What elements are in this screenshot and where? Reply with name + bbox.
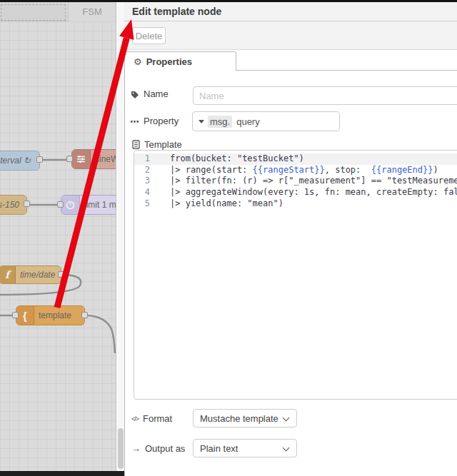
node-label: s-150 (0, 200, 26, 210)
arrow-right-icon: → (131, 443, 141, 454)
node-label: time/date (16, 270, 59, 280)
code-text: |> range(start: {{rangeStart}}, stop: {{… (150, 165, 438, 176)
node-timedate-output-port[interactable] (58, 271, 64, 278)
ellipsis-icon (131, 120, 139, 123)
tab-label: FSM (82, 6, 101, 17)
node-template[interactable]: { template (16, 305, 85, 325)
name-input[interactable] (193, 86, 457, 105)
line-number: 3 (134, 176, 150, 187)
code-text: |> yield(name: "mean") (150, 198, 283, 210)
node-sinewave[interactable]: sineW (71, 149, 116, 169)
code-line[interactable]: 2|> range(start: {{rangeStart}}, stop: {… (134, 165, 457, 176)
gear-icon: ⚙ (134, 56, 142, 67)
caret-down-icon[interactable] (199, 120, 204, 123)
output-select-value: Plain text (200, 443, 238, 454)
code-line[interactable]: 5|> yield(name: "mean") (134, 198, 457, 210)
workspace-tab-fsm[interactable]: FSM (68, 2, 116, 21)
panel-title-text: Edit template node (132, 6, 221, 17)
format-select-value: Mustache template (200, 413, 278, 424)
code-text: |> aggregateWindow(every: 1s, fn: mean, … (150, 187, 457, 198)
code-text: |> filter(fn: (r) => r["_measurement"] =… (150, 176, 457, 187)
line-number: 5 (134, 198, 150, 210)
tab-properties-label: Properties (146, 56, 192, 67)
node-interval-output-port[interactable] (36, 156, 43, 163)
property-typed-input[interactable]: msg. query (192, 111, 340, 131)
code-line[interactable]: 4|> aggregateWindow(every: 1s, fn: mean,… (134, 187, 457, 198)
template-code-editor[interactable]: 1from(bucket: "testBucket")2|> range(sta… (134, 150, 457, 400)
tab-properties[interactable]: ⚙ Properties (124, 51, 236, 71)
name-field-label: Name (131, 88, 169, 99)
node-template-output-port[interactable] (81, 312, 88, 318)
workspace-tab-bar: FSM (0, 2, 116, 21)
node-timedate[interactable]: f time/date (0, 265, 61, 284)
panel-toolbar (124, 21, 457, 50)
code-line[interactable]: 1from(bucket: "testBucket") (134, 153, 457, 165)
line-number: 1 (134, 153, 150, 165)
node-limit-input-port[interactable] (57, 201, 64, 208)
format-field-label: </> Format (131, 413, 172, 424)
flow-canvas: FSM terval ↻ (0, 2, 116, 471)
code-text: from(bucket: "testBucket") (150, 153, 304, 165)
chevron-down-icon (283, 445, 290, 452)
timer-icon (61, 196, 80, 214)
code-line[interactable]: 3|> filter(fn: (r) => r["_measurement"] … (134, 176, 457, 187)
template-field-label: Template (132, 139, 182, 150)
node-label: terval ↻ (0, 156, 39, 166)
line-number: 2 (134, 165, 150, 176)
delete-button[interactable]: Delete (132, 27, 166, 44)
node-interval[interactable]: terval ↻ (0, 151, 40, 171)
document-icon (132, 140, 140, 149)
node-template-input-port[interactable] (12, 312, 19, 318)
function-icon: f (0, 266, 16, 283)
format-select[interactable]: Mustache template (193, 409, 297, 427)
app-window: FSM terval ↻ (0, 0, 457, 476)
output-field-label: → Output as (131, 443, 185, 454)
node-sinewave-input-port[interactable] (66, 156, 73, 162)
sine-generator-icon (72, 150, 91, 168)
node-label: limit 1 ms (80, 200, 116, 210)
window-bottom-edge (0, 471, 124, 476)
property-field-label: Property (131, 116, 179, 126)
node-s150-output-port[interactable] (24, 201, 30, 207)
tag-icon (131, 90, 139, 98)
curly-brace-icon: { (16, 306, 34, 325)
workspace-tab-partial[interactable] (1, 4, 66, 21)
chevron-down-icon (283, 415, 290, 422)
canvas-grid[interactable] (0, 21, 116, 471)
delete-button-label: Delete (136, 31, 163, 41)
code-lines: 1from(bucket: "testBucket")2|> range(sta… (134, 153, 457, 209)
line-number: 4 (134, 187, 150, 198)
property-type-prefix[interactable]: msg. (208, 116, 232, 128)
node-limit[interactable]: limit 1 ms (61, 195, 116, 215)
scrollbar-thumb[interactable] (118, 428, 124, 469)
node-label: sineW (91, 154, 116, 164)
property-value[interactable]: query (236, 116, 260, 127)
code-brackets-icon: </> (131, 415, 139, 422)
output-select[interactable]: Plain text (193, 439, 297, 457)
node-label: template (34, 310, 76, 320)
panel-title: Edit template node (124, 2, 457, 21)
canvas-vertical-scrollbar[interactable] (117, 2, 124, 471)
